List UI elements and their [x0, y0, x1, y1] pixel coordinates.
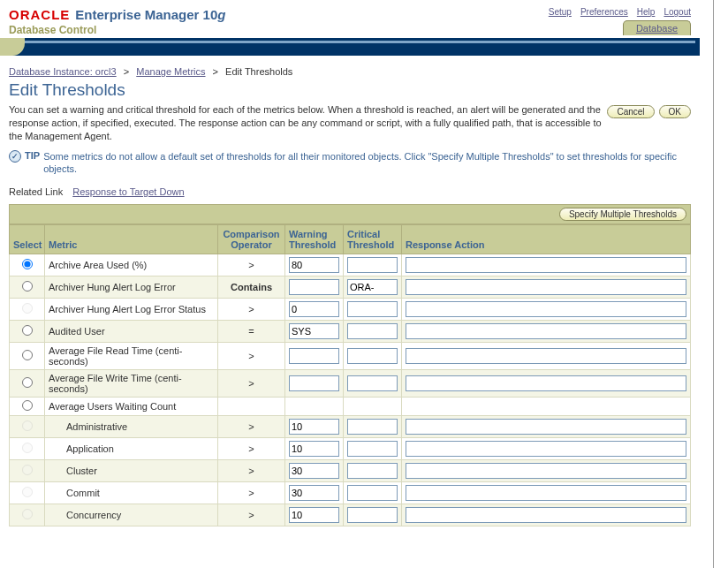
col-metric: Metric	[45, 225, 218, 254]
metric-name: Archive Area Used (%)	[45, 254, 218, 276]
table-toolbar: Specify Multiple Thresholds	[9, 204, 691, 224]
warning-threshold-input[interactable]	[289, 419, 339, 435]
warning-threshold-input[interactable]	[289, 463, 339, 479]
select-radio	[22, 465, 33, 475]
oracle-wordmark: ORACLE	[9, 7, 70, 22]
table-row: Archiver Hung Alert Log ErrorContains	[10, 276, 691, 299]
table-row: Cluster>	[10, 460, 691, 482]
critical-threshold-input[interactable]	[347, 463, 398, 479]
product-title: Enterprise Manager 10g	[75, 7, 225, 22]
critical-threshold-input[interactable]	[347, 507, 398, 523]
select-radio	[22, 487, 33, 497]
table-row: Average Users Waiting Count	[10, 398, 691, 416]
warning-threshold-input[interactable]	[289, 279, 339, 295]
nav-preferences[interactable]: Preferences	[580, 7, 628, 17]
breadcrumb: Database Instance: orcl3 > Manage Metric…	[0, 56, 700, 77]
related-label: Related Link	[9, 186, 63, 197]
critical-threshold-input[interactable]	[347, 485, 398, 501]
warning-threshold-input[interactable]	[289, 507, 339, 523]
header-bar	[0, 38, 700, 56]
crumb-manage-metrics[interactable]: Manage Metrics	[136, 66, 205, 77]
response-action-input[interactable]	[406, 301, 686, 317]
select-radio	[22, 443, 33, 453]
select-radio[interactable]	[22, 259, 33, 269]
metric-name: Administrative	[45, 416, 218, 438]
nav-help[interactable]: Help	[637, 7, 656, 17]
response-action-input[interactable]	[406, 419, 686, 435]
crumb-instance[interactable]: Database Instance: orcl3	[9, 66, 117, 77]
response-action-input[interactable]	[406, 279, 686, 295]
col-warning-threshold: Warning Threshold	[285, 225, 344, 254]
col-critical-threshold: Critical Threshold	[344, 225, 402, 254]
thresholds-table: Select Metric Comparison Operator Warnin…	[9, 224, 691, 526]
metric-name: Audited User	[45, 321, 218, 343]
page-description: You can set a warning and critical thres…	[9, 103, 603, 143]
select-radio	[22, 303, 33, 314]
metric-name: Commit	[45, 482, 218, 504]
select-radio	[22, 420, 33, 431]
comparison-operator	[218, 398, 285, 416]
comparison-operator: >	[218, 460, 285, 482]
cancel-button[interactable]: Cancel	[607, 105, 654, 118]
product-subtitle: Database Control	[9, 24, 225, 36]
nav-logout[interactable]: Logout	[664, 7, 691, 17]
table-row: Application>	[10, 438, 691, 460]
metric-name: Archiver Hung Alert Log Error Status	[45, 299, 218, 321]
metric-name: Average File Write Time (centi-seconds)	[45, 370, 218, 398]
response-action-input[interactable]	[406, 463, 686, 479]
related-link-response[interactable]: Response to Target Down	[72, 186, 184, 197]
response-action-input[interactable]	[406, 441, 686, 457]
col-comparison-operator: Comparison Operator	[218, 225, 285, 254]
tab-database[interactable]: Database	[623, 20, 691, 35]
select-radio	[22, 509, 33, 519]
warning-threshold-input[interactable]	[289, 348, 339, 364]
response-action-input[interactable]	[406, 485, 686, 501]
select-radio[interactable]	[22, 281, 33, 292]
comparison-operator: Contains	[218, 276, 285, 299]
crumb-current: Edit Thresholds	[225, 66, 292, 77]
table-row: Archive Area Used (%)>	[10, 254, 691, 276]
warning-threshold-input[interactable]	[289, 441, 339, 457]
select-radio[interactable]	[22, 377, 33, 388]
related-link-row: Related Link Response to Target Down	[0, 178, 700, 201]
warning-threshold-input[interactable]	[289, 485, 339, 501]
critical-threshold-input[interactable]	[347, 301, 398, 317]
nav-setup[interactable]: Setup	[549, 7, 572, 17]
col-select: Select	[10, 225, 45, 254]
comparison-operator: >	[218, 416, 285, 438]
response-action-input[interactable]	[406, 507, 686, 523]
response-action-input[interactable]	[406, 375, 686, 391]
metric-name: Application	[45, 438, 218, 460]
select-radio[interactable]	[22, 350, 33, 360]
warning-threshold-input[interactable]	[289, 323, 339, 339]
table-row: Average File Read Time (centi-seconds)>	[10, 343, 691, 370]
critical-threshold-input[interactable]	[347, 323, 398, 339]
comparison-operator: >	[218, 254, 285, 276]
col-response-action: Response Action	[402, 225, 691, 254]
warning-threshold-input[interactable]	[289, 257, 339, 273]
comparison-operator: >	[218, 504, 285, 526]
critical-threshold-input[interactable]	[347, 375, 398, 391]
warning-threshold-input[interactable]	[289, 301, 339, 317]
select-radio[interactable]	[22, 325, 33, 336]
specify-multiple-thresholds-button[interactable]: Specify Multiple Thresholds	[559, 208, 686, 221]
metric-name: Average File Read Time (centi-seconds)	[45, 343, 218, 370]
comparison-operator: >	[218, 482, 285, 504]
critical-threshold-input[interactable]	[347, 279, 398, 295]
response-action-input[interactable]	[406, 323, 686, 339]
metric-name: Archiver Hung Alert Log Error	[45, 276, 218, 299]
ok-button[interactable]: OK	[659, 105, 691, 118]
critical-threshold-input[interactable]	[347, 441, 398, 457]
response-action-input[interactable]	[406, 348, 686, 364]
critical-threshold-input[interactable]	[347, 419, 398, 435]
tip-label: TIP	[25, 150, 40, 161]
tip-icon: ✓	[9, 150, 21, 163]
critical-threshold-input[interactable]	[347, 257, 398, 273]
critical-threshold-input[interactable]	[347, 348, 398, 364]
warning-threshold-input[interactable]	[289, 375, 339, 391]
select-radio[interactable]	[22, 400, 33, 411]
header-nav: Setup Preferences Help Logout	[549, 7, 691, 17]
response-action-input[interactable]	[406, 257, 686, 273]
page-title: Edit Thresholds	[0, 77, 700, 103]
logo: ORACLE Enterprise Manager 10g Database C…	[9, 7, 225, 36]
